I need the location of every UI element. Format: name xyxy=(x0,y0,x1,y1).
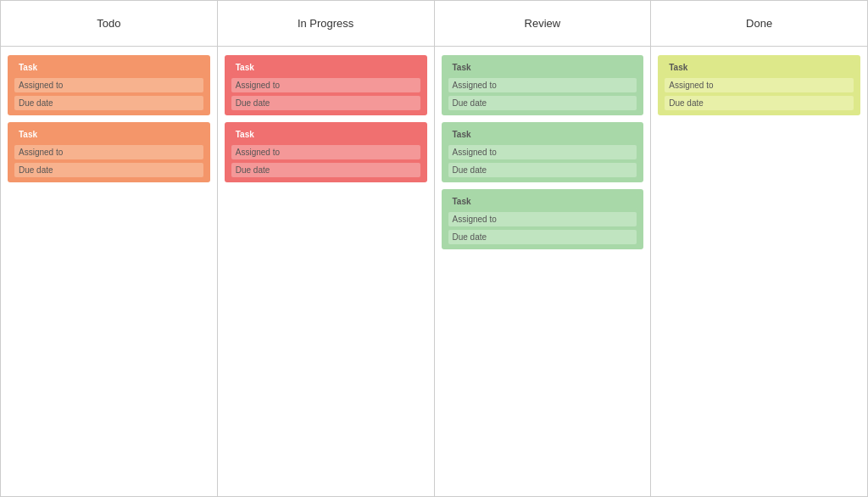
card-assigned-field: Assigned to xyxy=(448,78,637,92)
card-task-field: Task xyxy=(665,60,854,75)
card-assigned-field: Assigned to xyxy=(665,78,854,92)
card-due-date-field: Due date xyxy=(448,96,637,110)
column-header-todo: Todo xyxy=(1,1,217,47)
card-due-date-field: Due date xyxy=(14,163,203,177)
card-todo-1[interactable]: TaskAssigned toDue date xyxy=(8,122,210,182)
column-body-review: TaskAssigned toDue dateTaskAssigned toDu… xyxy=(435,47,651,496)
card-assigned-field: Assigned to xyxy=(231,145,420,159)
column-inprogress: In ProgressTaskAssigned toDue dateTaskAs… xyxy=(218,1,435,496)
card-assigned-field: Assigned to xyxy=(14,145,203,159)
card-review-0[interactable]: TaskAssigned toDue date xyxy=(442,55,644,115)
card-due-date-field: Due date xyxy=(231,96,420,110)
column-body-todo: TaskAssigned toDue dateTaskAssigned toDu… xyxy=(1,47,217,496)
kanban-board: TodoTaskAssigned toDue dateTaskAssigned … xyxy=(0,0,868,497)
card-inprogress-1[interactable]: TaskAssigned toDue date xyxy=(225,122,427,182)
column-header-inprogress: In Progress xyxy=(218,1,434,47)
card-task-field: Task xyxy=(231,127,420,142)
card-due-date-field: Due date xyxy=(448,230,637,244)
column-body-done: TaskAssigned toDue date xyxy=(651,47,867,496)
card-assigned-field: Assigned to xyxy=(14,78,203,92)
card-inprogress-0[interactable]: TaskAssigned toDue date xyxy=(225,55,427,115)
column-todo: TodoTaskAssigned toDue dateTaskAssigned … xyxy=(1,1,218,496)
card-task-field: Task xyxy=(448,60,637,75)
card-assigned-field: Assigned to xyxy=(231,78,420,92)
card-assigned-field: Assigned to xyxy=(448,212,637,226)
column-header-review: Review xyxy=(435,1,651,47)
column-header-done: Done xyxy=(651,1,867,47)
card-task-field: Task xyxy=(448,127,637,142)
card-review-2[interactable]: TaskAssigned toDue date xyxy=(442,189,644,249)
card-task-field: Task xyxy=(14,127,203,142)
card-due-date-field: Due date xyxy=(448,163,637,177)
card-todo-0[interactable]: TaskAssigned toDue date xyxy=(8,55,210,115)
column-review: ReviewTaskAssigned toDue dateTaskAssigne… xyxy=(435,1,652,496)
card-assigned-field: Assigned to xyxy=(448,145,637,159)
card-due-date-field: Due date xyxy=(14,96,203,110)
card-task-field: Task xyxy=(231,60,420,75)
card-due-date-field: Due date xyxy=(665,96,854,110)
card-due-date-field: Due date xyxy=(231,163,420,177)
card-done-0[interactable]: TaskAssigned toDue date xyxy=(658,55,860,115)
card-task-field: Task xyxy=(448,194,637,209)
card-review-1[interactable]: TaskAssigned toDue date xyxy=(442,122,644,182)
column-done: DoneTaskAssigned toDue date xyxy=(651,1,867,496)
column-body-inprogress: TaskAssigned toDue dateTaskAssigned toDu… xyxy=(218,47,434,496)
card-task-field: Task xyxy=(14,60,203,75)
